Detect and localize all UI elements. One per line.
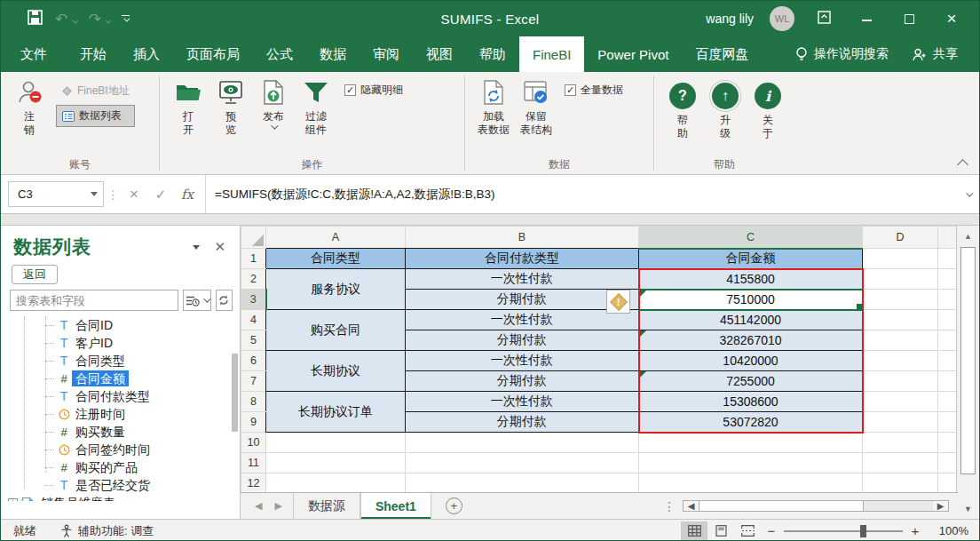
scroll-right-icon[interactable]: ▶ — [933, 501, 948, 511]
error-checking-button[interactable]: ! — [606, 290, 630, 314]
vertical-scrollbar[interactable]: ▲ ▼ — [956, 226, 979, 519]
cell[interactable] — [863, 330, 938, 351]
name-box-dropdown-icon[interactable] — [85, 182, 103, 206]
preview-button[interactable]: 预 览 — [214, 77, 248, 137]
select-all-button[interactable] — [241, 227, 266, 249]
new-sheet-button[interactable]: + — [446, 497, 462, 514]
data-list-button[interactable]: 数据列表 — [56, 105, 135, 127]
tell-me-search[interactable]: 操作说明搜索 — [795, 46, 889, 62]
cell-a8-merged[interactable]: 长期协议订单 — [266, 392, 406, 433]
page-break-view-button[interactable] — [734, 521, 761, 541]
field-item[interactable]: T合同付款类型 — [45, 387, 240, 405]
tab-help[interactable]: 帮助 — [466, 36, 519, 72]
publish-button[interactable]: 发布 — [257, 77, 290, 130]
cell-b3[interactable]: 分期付款 — [406, 290, 639, 310]
page-layout-view-button[interactable] — [707, 521, 734, 541]
column-header-a[interactable]: A — [266, 227, 406, 249]
cell[interactable] — [863, 249, 938, 269]
cell-c5[interactable]: 328267010 — [639, 330, 863, 351]
save-icon[interactable] — [28, 10, 43, 28]
row-header[interactable]: 12 — [241, 473, 266, 494]
tab-power-pivot[interactable]: Power Pivot — [584, 36, 682, 72]
field-item[interactable]: T合同类型 — [45, 352, 240, 370]
refresh-button[interactable] — [216, 290, 233, 311]
row-header[interactable]: 8 — [241, 392, 266, 412]
full-data-checkbox[interactable]: ✓ 全量数据 — [565, 83, 623, 98]
cell-a4-merged[interactable]: 购买合同 — [266, 310, 406, 351]
cell-c8[interactable]: 15308600 — [639, 392, 863, 412]
formula-input[interactable]: =SUMIFS(数据源!C:C,数据源!A:A,A2,数据源!B:B,B3) — [206, 175, 958, 213]
tab-finebi[interactable]: FineBI — [519, 36, 584, 72]
table-node[interactable]: 销售员维度表 — [8, 494, 240, 501]
cell[interactable] — [863, 433, 938, 453]
zoom-slider-thumb[interactable] — [860, 525, 866, 537]
normal-view-button[interactable] — [681, 521, 707, 541]
accessibility-status[interactable]: 辅助功能: 调查 — [59, 523, 154, 539]
cell[interactable] — [266, 453, 406, 473]
zoom-out-button[interactable]: − — [761, 523, 782, 538]
cell-a2-merged[interactable]: 服务协议 — [266, 269, 406, 310]
horizontal-scrollbar-thumb[interactable] — [699, 501, 864, 511]
row-header[interactable]: 4 — [241, 310, 266, 330]
cell[interactable] — [863, 453, 938, 473]
horizontal-scrollbar[interactable]: ◀ ▶ — [683, 500, 949, 512]
sheet-tab-datasource[interactable]: 数据源 — [293, 493, 360, 519]
share-button[interactable]: 共享 — [912, 46, 958, 62]
cell[interactable] — [406, 473, 639, 494]
scroll-up-icon[interactable]: ▲ — [960, 228, 976, 243]
row-header[interactable]: 5 — [241, 330, 266, 351]
expand-formula-bar-icon[interactable] — [958, 175, 979, 213]
maximize-button[interactable] — [896, 12, 922, 27]
confirm-entry-icon[interactable]: ✓ — [148, 187, 173, 203]
cell[interactable] — [266, 433, 406, 453]
scroll-down-icon[interactable]: ▼ — [960, 501, 976, 516]
sheet-nav-left-icon[interactable]: ◀ — [255, 500, 262, 512]
row-header[interactable]: 1 — [241, 249, 266, 269]
cell[interactable] — [639, 453, 863, 473]
zoom-slider[interactable] — [784, 530, 903, 532]
tab-file[interactable]: 文件 — [1, 36, 67, 72]
sheet-tab-sheet1[interactable]: Sheet1 — [360, 493, 431, 519]
tab-page-layout[interactable]: 页面布局 — [173, 36, 253, 72]
cell-b7[interactable]: 分期付款 — [406, 371, 639, 392]
cell[interactable] — [863, 290, 938, 310]
tab-review[interactable]: 审阅 — [360, 36, 413, 72]
tab-baidu-netdisk[interactable]: 百度网盘 — [682, 36, 762, 72]
undo-button[interactable]: ↶ — [55, 10, 76, 28]
field-item[interactable]: #购买数量 — [45, 423, 240, 441]
about-button[interactable]: i 关 于 — [751, 81, 785, 140]
filter-widget-button[interactable]: 过滤 组件 — [299, 77, 333, 137]
close-button[interactable]: × — [938, 9, 965, 28]
hide-detail-checkbox[interactable]: ✓ 隐藏明细 — [344, 83, 403, 98]
user-avatar[interactable]: WL — [770, 6, 794, 31]
row-header[interactable]: 9 — [241, 412, 266, 433]
cell-b6[interactable]: 一次性付款 — [406, 351, 639, 371]
cell[interactable] — [863, 371, 938, 392]
panel-close-icon[interactable]: ✕ — [214, 239, 225, 255]
cell-c1[interactable]: 合同金额 — [639, 249, 863, 269]
filter-dropdown-button[interactable] — [183, 290, 211, 311]
column-header-b[interactable]: B — [406, 227, 639, 249]
cell-a6-merged[interactable]: 长期协议 — [266, 351, 406, 392]
row-header[interactable]: 11 — [241, 453, 266, 473]
zoom-in-button[interactable]: + — [905, 523, 926, 538]
cell[interactable] — [406, 433, 639, 453]
row-header[interactable]: 10 — [241, 433, 266, 453]
ribbon-display-options-button[interactable] — [810, 11, 837, 27]
tab-data[interactable]: 数据 — [306, 36, 360, 72]
tab-insert[interactable]: 插入 — [120, 36, 173, 72]
cell[interactable] — [863, 473, 938, 494]
insert-function-icon[interactable]: fx — [175, 187, 200, 203]
column-header-c[interactable]: C — [639, 227, 863, 249]
tab-formulas[interactable]: 公式 — [253, 36, 306, 72]
cell-b2[interactable]: 一次性付款 — [406, 269, 639, 290]
cell[interactable] — [639, 433, 863, 453]
cell-b4[interactable]: 一次性付款 — [406, 310, 639, 330]
open-button[interactable]: 打 开 — [171, 77, 205, 137]
load-table-data-button[interactable]: 加载 表数据 — [477, 77, 510, 137]
cell-b5[interactable]: 分期付款 — [406, 330, 639, 351]
field-item[interactable]: 注册时间 — [45, 405, 240, 423]
cell[interactable] — [266, 473, 406, 494]
undo-dropdown-icon[interactable] — [72, 17, 78, 23]
cell[interactable] — [406, 453, 639, 473]
